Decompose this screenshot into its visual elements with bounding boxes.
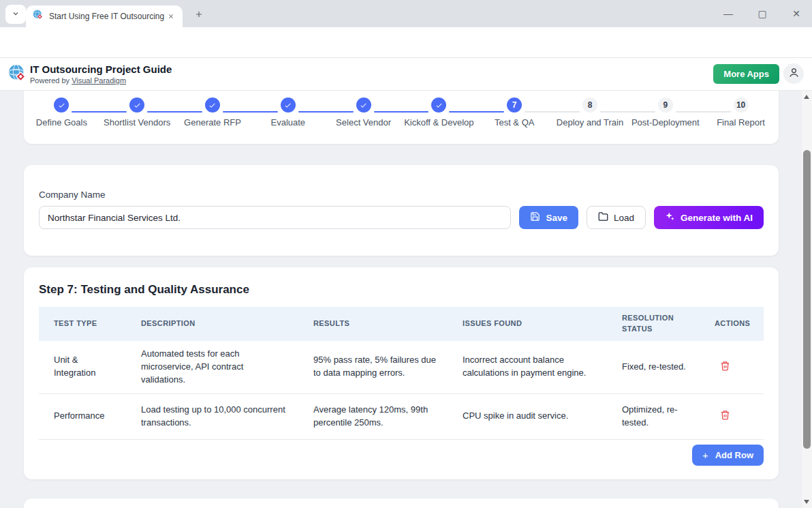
folder-icon <box>598 211 608 224</box>
column-header: Description <box>126 307 298 341</box>
company-name-label: Company Name <box>39 190 764 200</box>
sparkles-icon <box>665 211 675 224</box>
stepper-step-1[interactable]: Define Goals <box>24 98 99 128</box>
cell-resolution-status: Fixed, re-tested. <box>607 341 700 393</box>
stepper-step-2[interactable]: Shortlist Vendors <box>99 98 175 128</box>
step7-title: Step 7: Testing and Quality Assurance <box>39 283 764 297</box>
visual-paradigm-link[interactable]: Visual Paradigm <box>72 76 126 85</box>
stepper-step-8[interactable]: 8Deploy and Train <box>552 98 628 128</box>
tab-search-button[interactable] <box>5 5 26 24</box>
step-label: Kickoff & Develop <box>404 117 473 128</box>
stepper-step-4[interactable]: Evaluate <box>250 98 326 128</box>
column-header: Issues Found <box>448 307 607 341</box>
stepper-connector <box>449 111 504 113</box>
browser-tab[interactable]: Start Using Free IT Outsourcing <box>26 5 183 27</box>
cell-results: Average latency 120ms, 99th percentile 2… <box>298 393 448 439</box>
page-scrollbar <box>802 91 812 508</box>
window-maximize-button[interactable]: ▢ <box>753 8 771 19</box>
table-row: PerformanceLoad testing up to 10,000 con… <box>39 393 764 439</box>
save-button-label: Save <box>546 213 567 223</box>
column-header: Test Type <box>39 307 126 341</box>
tab-title: Start Using Free IT Outsourcing <box>49 12 165 21</box>
column-header: Actions <box>700 307 764 341</box>
company-card: Company Name Save Load Generate with AI <box>24 165 779 256</box>
tab-strip: Start Using Free IT Outsourcing — ▢ ✕ <box>0 0 812 27</box>
chevron-down-icon <box>12 10 20 20</box>
stepper-step-7[interactable]: 7Test & QA <box>477 98 552 128</box>
delete-row-button[interactable] <box>719 359 732 374</box>
stepper-step-6[interactable]: Kickoff & Develop <box>401 98 477 128</box>
cell-results: 95% pass rate, 5% failures due to data m… <box>298 341 448 393</box>
delete-row-button[interactable] <box>719 408 732 423</box>
more-apps-button[interactable]: More Apps <box>713 64 779 84</box>
cell-resolution-status: Optimized, re-tested. <box>607 393 700 439</box>
save-button[interactable]: Save <box>519 206 578 229</box>
stepper-step-3[interactable]: Generate RFP <box>175 98 251 128</box>
stepper-step-5[interactable]: Select Vendor <box>326 98 401 128</box>
stepper-connector <box>600 111 655 113</box>
tab-close-button[interactable] <box>165 10 177 23</box>
stepper-step-10[interactable]: 10Final Report <box>703 98 779 128</box>
step-label: Test & QA <box>495 117 535 128</box>
stepper-connector <box>676 111 731 113</box>
scrollbar-down-arrow[interactable] <box>804 500 809 504</box>
visual-paradigm-logo <box>8 64 27 83</box>
cell-description: Automated tests for each microservice, A… <box>126 341 298 393</box>
browser-window: Start Using Free IT Outsourcing — ▢ ✕ ai… <box>0 0 812 508</box>
load-button-label: Load <box>614 213 634 223</box>
stepper-connector <box>374 111 429 113</box>
powered-by: Powered by Visual Paradigm <box>30 76 126 85</box>
step-label: Evaluate <box>270 117 305 128</box>
cell-issues-found: CPU spike in audit service. <box>448 393 607 439</box>
browser-toolbar: ai-toolbox.visual-paradigm.com/app/it-ou… <box>0 27 812 58</box>
page-title: IT Outsourcing Project Guide <box>30 63 172 75</box>
stepper-connector <box>223 111 278 113</box>
step-label: Final Report <box>717 117 765 128</box>
cell-actions <box>700 393 764 439</box>
next-section-card <box>24 498 779 508</box>
step-check-circle <box>129 98 144 113</box>
cell-description: Load testing up to 10,000 concurrent tra… <box>126 393 298 439</box>
scrollbar-up-arrow[interactable] <box>804 95 809 99</box>
step-label: Select Vendor <box>336 117 391 128</box>
cell-actions <box>700 341 764 393</box>
column-header: Results <box>298 307 448 341</box>
step-check-circle <box>205 98 220 113</box>
step-number-circle: 9 <box>658 98 673 113</box>
qa-table: Test TypeDescriptionResultsIssues FoundR… <box>39 307 764 440</box>
close-icon <box>168 12 174 22</box>
cell-test-type: Performance <box>39 393 126 439</box>
add-row-button[interactable]: + Add Row <box>692 445 764 466</box>
favicon <box>33 10 44 23</box>
step-check-circle <box>281 98 296 113</box>
person-icon <box>788 67 800 80</box>
load-button[interactable]: Load <box>587 206 646 229</box>
step-check-circle <box>54 98 69 113</box>
cell-test-type: Unit & Integration <box>39 341 126 393</box>
trash-icon <box>720 412 730 422</box>
trash-icon <box>720 363 730 373</box>
stepper: Define GoalsShortlist VendorsGenerate RF… <box>24 91 779 128</box>
account-button[interactable] <box>783 63 804 84</box>
step-label: Generate RFP <box>184 117 241 128</box>
step-label: Shortlist Vendors <box>104 117 170 128</box>
generate-with-ai-button[interactable]: Generate with AI <box>654 206 764 229</box>
stepper-connector <box>525 111 580 113</box>
step-number-circle: 10 <box>734 98 749 113</box>
stepper-step-9[interactable]: 9Post-Deployment <box>627 98 703 128</box>
table-body: Unit & IntegrationAutomated tests for ea… <box>39 341 764 439</box>
table-row: Unit & IntegrationAutomated tests for ea… <box>39 341 764 393</box>
scrollbar-thumb[interactable] <box>803 150 811 449</box>
step-label: Define Goals <box>36 117 87 128</box>
step-number-circle: 7 <box>507 98 522 113</box>
window-minimize-button[interactable]: — <box>719 8 737 19</box>
step-check-circle <box>356 98 371 113</box>
app-header: IT Outsourcing Project Guide Powered by … <box>0 58 812 91</box>
step-label: Deploy and Train <box>557 117 623 128</box>
window-close-button[interactable]: ✕ <box>787 8 805 19</box>
stepper-connector <box>147 111 202 113</box>
new-tab-button[interactable] <box>189 5 208 25</box>
company-name-input[interactable] <box>39 206 511 229</box>
page-content: Define GoalsShortlist VendorsGenerate RF… <box>0 91 812 508</box>
plus-icon: + <box>702 449 708 461</box>
